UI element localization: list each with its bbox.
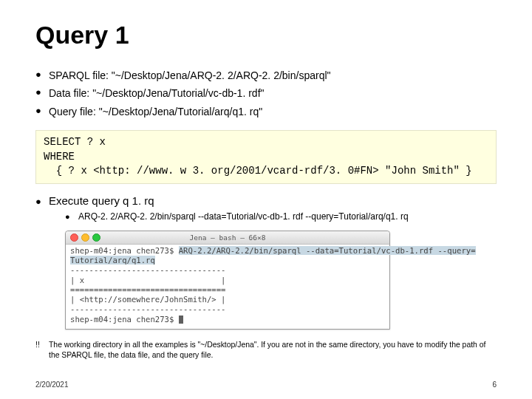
terminal-cmd-2: Tutorial/arq/q1.rq — [70, 256, 155, 265]
execute-line: ●Execute query q 1. rq — [35, 194, 497, 207]
traffic-light-minimize-icon — [81, 233, 89, 242]
footer-date: 2/20/2021 — [35, 381, 69, 389]
footnote-text: The working directory in all the example… — [49, 340, 497, 361]
terminal-window: Jena — bash — 66×8 shep-m04:jena chen273… — [65, 231, 390, 330]
file-list: ●SPARQL file: "~/Desktop/Jena/ARQ-2. 2/A… — [35, 67, 497, 120]
bullet-icon: ● — [35, 67, 49, 83]
terminal-divider: ================================= — [70, 285, 225, 294]
terminal-divider: --------------------------------- — [70, 304, 225, 313]
bullet-icon: ● — [35, 85, 49, 100]
footnote: !! The working directory in all the exam… — [35, 340, 497, 361]
terminal-cursor-icon — [179, 316, 183, 324]
execute-command-text: ARQ-2. 2/ARQ-2. 2/bin/sparql --data=Tuto… — [78, 211, 409, 222]
terminal-divider: --------------------------------- — [70, 265, 225, 274]
bullet-icon: ● — [35, 196, 49, 207]
traffic-light-close-icon — [70, 233, 78, 242]
query-file-line: Query file: "~/Desktop/Jena/Tutorial/arq… — [49, 103, 262, 120]
execute-command: ●ARQ-2. 2/ARQ-2. 2/bin/sparql --data=Tut… — [65, 211, 497, 222]
slide-title: Query 1 — [35, 21, 497, 50]
bullet-icon: ● — [65, 212, 78, 221]
terminal-cmd-1: ARQ-2.2/ARQ-2.2/bin/sparql --data=Tutori… — [179, 246, 476, 255]
terminal-data-row: | <http://somewhere/JohnSmith/> | — [70, 295, 225, 304]
terminal-titlebar: Jena — bash — 66×8 — [66, 231, 389, 245]
terminal-body: shep-m04:jena chen273$ ARQ-2.2/ARQ-2.2/b… — [66, 245, 389, 329]
execute-label: Execute query q 1. rq — [49, 194, 154, 207]
traffic-light-zoom-icon — [92, 233, 100, 242]
terminal-prompt: shep-m04:jena chen273$ — [70, 315, 179, 324]
data-file-line: Data file: "~/Desktop/Jena/Tutorial/vc-d… — [49, 85, 265, 101]
footer-page-number: 6 — [492, 381, 497, 389]
terminal-prompt: shep-m04:jena chen273$ — [70, 246, 179, 255]
sparql-file-line: SPARQL file: "~/Desktop/Jena/ARQ-2. 2/AR… — [49, 67, 331, 83]
footnote-marker: !! — [35, 340, 49, 361]
terminal-header-row: | x | — [70, 276, 225, 284]
sparql-code-block: SELECT ? x WHERE { ? x <http: //www. w 3… — [35, 130, 497, 184]
terminal-caption: Jena — bash — 66×8 — [66, 231, 389, 244]
bullet-icon: ● — [35, 103, 49, 119]
